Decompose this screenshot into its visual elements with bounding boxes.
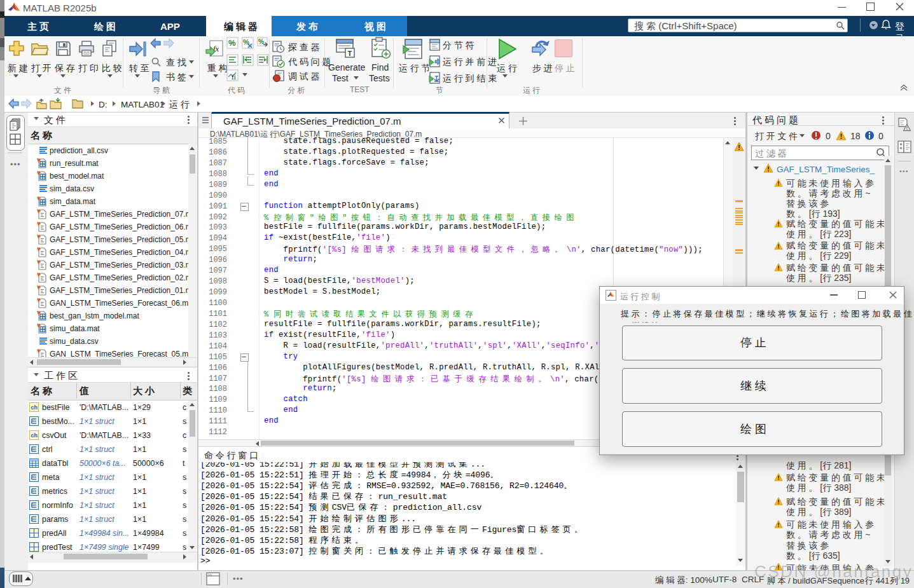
svg-text:fi: fi [232,73,236,81]
svg-text:%: % [228,38,236,48]
svg-text:T: T [348,50,352,57]
svg-text:%: % [258,38,264,45]
